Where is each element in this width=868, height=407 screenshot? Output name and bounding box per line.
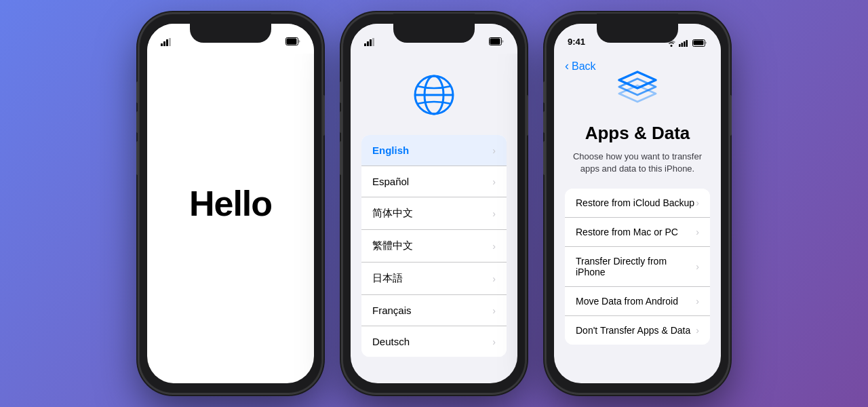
- chevron-no-transfer: ›: [696, 325, 699, 336]
- battery-icon-3: [692, 39, 707, 47]
- chevron-icon-espanol: ›: [492, 176, 496, 187]
- back-button[interactable]: ‹ Back: [565, 59, 596, 73]
- language-item-french[interactable]: Français ›: [361, 295, 507, 326]
- option-android-label: Move Data from Android: [576, 296, 678, 307]
- option-transfer-iphone[interactable]: Transfer Directly from iPhone ›: [565, 247, 710, 287]
- silent-btn-3: [543, 141, 546, 175]
- option-icloud-backup-label: Restore from iCloud Backup: [576, 197, 694, 208]
- status-icons-3: [667, 39, 707, 47]
- volume-down-btn-3: [543, 111, 546, 133]
- svg-rect-0: [161, 43, 163, 46]
- notch-3: [597, 24, 678, 43]
- hello-text: Hello: [189, 183, 272, 224]
- svg-rect-17: [682, 43, 684, 47]
- option-mac-pc-label: Restore from Mac or PC: [576, 227, 678, 237]
- back-chevron-icon: ‹: [565, 59, 569, 73]
- apps-data-icon: [614, 68, 661, 115]
- phone-screen-3: 9:41 ‹ Back: [554, 24, 721, 383]
- language-item-espanol[interactable]: Español ›: [361, 166, 507, 197]
- svg-rect-2: [166, 39, 168, 46]
- notch-2: [393, 24, 475, 43]
- language-label-chinese-simplified: 简体中文: [372, 207, 413, 220]
- option-android[interactable]: Move Data from Android ›: [565, 287, 710, 316]
- option-icloud-backup[interactable]: Restore from iCloud Backup ›: [565, 189, 710, 218]
- language-label-chinese-traditional: 繁體中文: [372, 239, 413, 252]
- apps-data-screen: ‹ Back Apps & Data Choose how you wa: [554, 24, 721, 383]
- apps-data-subtitle: Choose how you want to transfer apps and…: [554, 151, 721, 175]
- battery-1: [285, 36, 300, 48]
- battery-2: [489, 36, 504, 48]
- chevron-icon-chinese-traditional: ›: [492, 241, 496, 252]
- language-label-espanol: Español: [372, 176, 409, 187]
- svg-rect-1: [163, 41, 165, 46]
- svg-rect-19: [686, 40, 688, 47]
- svg-rect-8: [370, 39, 372, 46]
- volume-down-btn: [136, 111, 139, 133]
- volume-up-btn-2: [340, 81, 342, 103]
- chevron-icon-english: ›: [492, 145, 496, 156]
- phone-frame-3: 9:41 ‹ Back: [546, 14, 729, 393]
- chevron-android: ›: [696, 296, 699, 307]
- language-label-french: Français: [372, 305, 412, 316]
- chevron-icon-chinese-simplified: ›: [492, 208, 496, 219]
- phone-screen-1: Hello: [147, 24, 314, 383]
- notch-1: [190, 24, 271, 43]
- chevron-icon-german: ›: [492, 336, 496, 347]
- language-label-english: English: [372, 144, 409, 156]
- svg-rect-7: [367, 41, 369, 46]
- signal-icon-3: [679, 40, 690, 47]
- svg-rect-3: [169, 38, 171, 46]
- phone-2: English › Español › 简体中文 › 繁體中文 ›: [342, 14, 526, 393]
- signal-1: [161, 38, 172, 48]
- phone-screen-2: English › Español › 简体中文 › 繁體中文 ›: [351, 24, 517, 383]
- left-buttons-2: [340, 81, 342, 175]
- status-time-3: 9:41: [568, 37, 585, 47]
- language-item-german[interactable]: Deutsch ›: [361, 326, 507, 357]
- language-item-japanese[interactable]: 日本語 ›: [361, 263, 507, 295]
- svg-rect-16: [679, 44, 681, 47]
- phone-frame-1: Hello: [139, 14, 322, 393]
- language-list: English › Español › 简体中文 › 繁體中文 ›: [361, 135, 507, 357]
- language-screen: English › Español › 简体中文 › 繁體中文 ›: [351, 24, 517, 383]
- option-no-transfer[interactable]: Don't Transfer Apps & Data ›: [565, 316, 710, 345]
- option-no-transfer-label: Don't Transfer Apps & Data: [576, 325, 690, 336]
- option-mac-pc[interactable]: Restore from Mac or PC ›: [565, 218, 710, 247]
- apps-options-list: Restore from iCloud Backup › Restore fro…: [565, 189, 710, 345]
- svg-rect-9: [372, 38, 374, 46]
- silent-btn-2: [340, 141, 342, 175]
- option-transfer-iphone-label: Transfer Directly from iPhone: [576, 256, 696, 277]
- language-label-japanese: 日本語: [372, 272, 403, 285]
- svg-rect-11: [490, 39, 500, 45]
- svg-rect-18: [684, 41, 686, 47]
- chevron-icon-japanese: ›: [492, 273, 496, 284]
- svg-rect-6: [364, 43, 366, 46]
- chevron-transfer-iphone: ›: [696, 261, 699, 272]
- language-item-chinese-traditional[interactable]: 繁體中文 ›: [361, 230, 507, 263]
- language-label-german: Deutsch: [372, 336, 410, 347]
- chevron-icon-french: ›: [492, 305, 496, 316]
- left-buttons-1: [136, 81, 139, 175]
- apps-data-title: Apps & Data: [585, 123, 690, 144]
- hello-screen: Hello: [147, 24, 314, 383]
- back-label: Back: [572, 60, 596, 73]
- svg-point-15: [671, 45, 673, 47]
- volume-up-btn: [136, 81, 139, 103]
- language-item-chinese-simplified[interactable]: 简体中文 ›: [361, 197, 507, 230]
- svg-rect-21: [694, 41, 704, 45]
- silent-btn: [136, 141, 139, 175]
- phone-3: 9:41 ‹ Back: [546, 14, 729, 393]
- language-item-english[interactable]: English ›: [361, 135, 507, 166]
- phone-1: Hello: [139, 14, 322, 393]
- volume-up-btn-3: [543, 81, 546, 103]
- phone-frame-2: English › Español › 简体中文 › 繁體中文 ›: [342, 14, 526, 393]
- left-buttons-3: [543, 81, 546, 175]
- globe-icon: [410, 71, 458, 121]
- chevron-icloud: ›: [696, 197, 699, 208]
- svg-rect-5: [287, 39, 297, 45]
- chevron-mac-pc: ›: [696, 227, 699, 237]
- volume-down-btn-2: [340, 111, 342, 133]
- signal-2: [364, 38, 375, 48]
